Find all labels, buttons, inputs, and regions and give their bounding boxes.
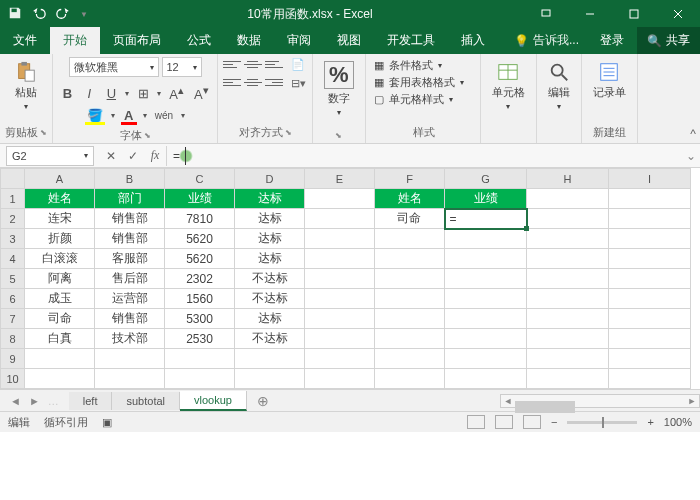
cell[interactable] xyxy=(445,249,527,269)
sheet-tab-subtotal[interactable]: subtotal xyxy=(112,392,180,410)
row-header[interactable]: 6 xyxy=(1,289,25,309)
undo-icon[interactable] xyxy=(32,6,46,23)
cell[interactable] xyxy=(527,349,609,369)
row-header[interactable]: 2 xyxy=(1,209,25,229)
col-header[interactable]: H xyxy=(527,169,609,189)
cell[interactable] xyxy=(527,289,609,309)
select-all-corner[interactable] xyxy=(1,169,25,189)
align-center-button[interactable] xyxy=(244,76,262,90)
row-header[interactable]: 7 xyxy=(1,309,25,329)
insert-function-icon[interactable]: fx xyxy=(144,148,166,163)
cell[interactable]: 销售部 xyxy=(95,209,165,229)
spreadsheet-grid[interactable]: A B C D E F G H I 1 姓名 部门 业绩 达标 姓名 业绩 2 … xyxy=(0,168,700,389)
cell[interactable] xyxy=(527,329,609,349)
font-size-select[interactable]: 12▾ xyxy=(162,57,202,77)
cell[interactable] xyxy=(445,329,527,349)
cell[interactable] xyxy=(375,309,445,329)
cell[interactable] xyxy=(609,329,691,349)
expand-formula-bar-icon[interactable]: ⌄ xyxy=(682,149,700,163)
cell[interactable] xyxy=(375,369,445,389)
cell[interactable] xyxy=(305,249,375,269)
cell[interactable] xyxy=(305,309,375,329)
cell[interactable] xyxy=(95,369,165,389)
cell[interactable] xyxy=(375,289,445,309)
cell[interactable]: 姓名 xyxy=(25,189,95,209)
align-middle-button[interactable] xyxy=(244,57,262,71)
increase-font-button[interactable]: A▴ xyxy=(167,83,186,103)
cell[interactable]: 达标 xyxy=(235,209,305,229)
cell[interactable]: 不达标 xyxy=(235,329,305,349)
cell[interactable]: 白滚滚 xyxy=(25,249,95,269)
row-header[interactable]: 3 xyxy=(1,229,25,249)
cell[interactable]: 折颜 xyxy=(25,229,95,249)
scroll-thumb[interactable] xyxy=(515,401,575,413)
cell[interactable] xyxy=(95,349,165,369)
cell[interactable]: 业绩 xyxy=(165,189,235,209)
cell[interactable]: 不达标 xyxy=(235,269,305,289)
cell[interactable]: 成玉 xyxy=(25,289,95,309)
col-header[interactable]: I xyxy=(609,169,691,189)
cell[interactable]: 2530 xyxy=(165,329,235,349)
cell[interactable]: 售后部 xyxy=(95,269,165,289)
cell[interactable]: 销售部 xyxy=(95,229,165,249)
cell[interactable] xyxy=(305,369,375,389)
cell[interactable] xyxy=(305,269,375,289)
tab-layout[interactable]: 页面布局 xyxy=(100,27,174,54)
cell[interactable] xyxy=(609,209,691,229)
align-top-button[interactable] xyxy=(223,57,241,71)
cell[interactable]: 司命 xyxy=(25,309,95,329)
cell[interactable] xyxy=(527,309,609,329)
cell[interactable] xyxy=(609,189,691,209)
cell[interactable] xyxy=(375,229,445,249)
fill-color-button[interactable]: 🪣 xyxy=(85,107,105,124)
wrap-text-button[interactable]: 📄 xyxy=(289,57,308,72)
cell[interactable] xyxy=(609,229,691,249)
sheet-tab-vlookup[interactable]: vlookup xyxy=(180,391,247,411)
view-page-layout-button[interactable] xyxy=(495,415,513,429)
cell[interactable] xyxy=(305,229,375,249)
horizontal-scrollbar[interactable]: ◄ ► xyxy=(500,394,700,408)
cell[interactable]: 不达标 xyxy=(235,289,305,309)
zoom-out-button[interactable]: − xyxy=(551,416,557,428)
formula-input[interactable]: = xyxy=(166,146,682,166)
cell[interactable] xyxy=(527,229,609,249)
tab-review[interactable]: 审阅 xyxy=(274,27,324,54)
row-header[interactable]: 5 xyxy=(1,269,25,289)
scroll-right-icon[interactable]: ► xyxy=(685,396,699,406)
italic-button[interactable]: I xyxy=(81,85,97,102)
macro-record-icon[interactable]: ▣ xyxy=(102,416,112,429)
cell[interactable] xyxy=(305,289,375,309)
font-color-button[interactable]: A xyxy=(121,107,137,124)
cell[interactable]: 白真 xyxy=(25,329,95,349)
decrease-font-button[interactable]: A▾ xyxy=(192,83,211,103)
cell[interactable]: 达标 xyxy=(235,229,305,249)
editing-button[interactable]: 编辑▾ xyxy=(542,57,576,115)
cell[interactable] xyxy=(609,309,691,329)
enter-formula-icon[interactable]: ✓ xyxy=(122,149,144,163)
cell[interactable]: 运营部 xyxy=(95,289,165,309)
cells-button[interactable]: 单元格▾ xyxy=(486,57,531,115)
col-header[interactable]: D xyxy=(235,169,305,189)
cell[interactable] xyxy=(25,369,95,389)
scroll-left-icon[interactable]: ◄ xyxy=(501,396,515,406)
tab-dev[interactable]: 开发工具 xyxy=(374,27,448,54)
cell[interactable] xyxy=(609,289,691,309)
cell[interactable] xyxy=(165,349,235,369)
cell[interactable]: 业绩 xyxy=(445,189,527,209)
cell[interactable]: 5620 xyxy=(165,229,235,249)
view-normal-button[interactable] xyxy=(467,415,485,429)
save-icon[interactable] xyxy=(8,6,22,23)
cell[interactable]: 达标 xyxy=(235,309,305,329)
font-name-select[interactable]: 微软雅黑▾ xyxy=(69,57,159,77)
conditional-format-button[interactable]: ▦条件格式▾ xyxy=(374,57,442,74)
cell[interactable]: 1560 xyxy=(165,289,235,309)
paste-button[interactable]: 粘贴▾ xyxy=(9,57,43,115)
cell[interactable] xyxy=(445,349,527,369)
tab-view[interactable]: 视图 xyxy=(324,27,374,54)
redo-icon[interactable] xyxy=(56,6,70,23)
add-sheet-button[interactable]: ⊕ xyxy=(247,393,279,409)
cell[interactable]: 2302 xyxy=(165,269,235,289)
zoom-in-button[interactable]: + xyxy=(647,416,653,428)
cell[interactable]: 司命 xyxy=(375,209,445,229)
cell[interactable]: 5620 xyxy=(165,249,235,269)
